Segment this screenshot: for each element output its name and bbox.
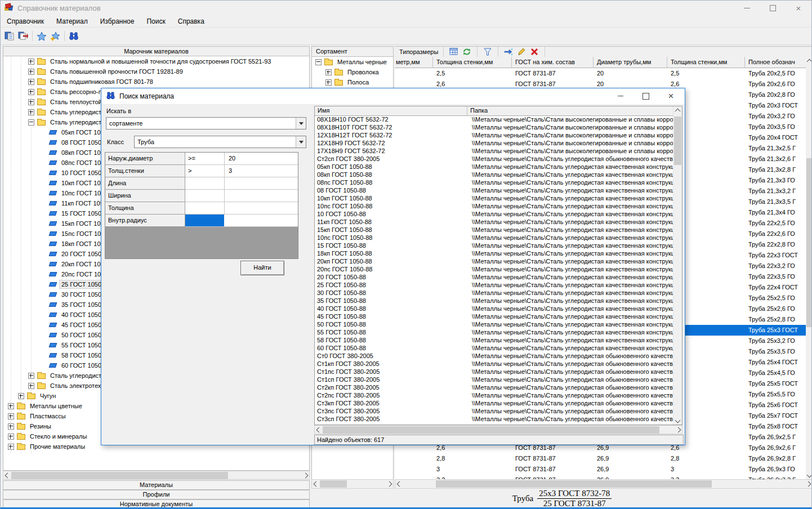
favorites-add-star-icon[interactable] [48, 29, 62, 43]
result-row[interactable]: 12Х18Н12Т ГОСТ 5632-72\\Металлы черные\С… [315, 132, 673, 140]
tree-item[interactable]: Сталь повышенной прочности ГОСТ 19281-89 [3, 66, 309, 77]
column-header-diametr[interactable]: метр,мм [395, 57, 433, 68]
column-header-imya[interactable]: Имя [315, 106, 467, 116]
result-row[interactable]: Ст2сп ГОСТ 380-2005\\Металлы черные\Стал… [315, 155, 673, 163]
table-row[interactable]: 2,8ГОСТ 8731-8726,92,8Труба 26,9х2,8 Г [395, 453, 806, 464]
scrollbar-thumb[interactable] [320, 480, 347, 488]
tab-materialy[interactable]: Материалы [3, 480, 310, 490]
edit-pencil-icon[interactable] [516, 47, 527, 56]
document-book-icon[interactable] [16, 29, 30, 43]
expand-icon[interactable] [8, 444, 14, 450]
find-button[interactable]: Найти [240, 261, 284, 275]
result-row[interactable]: 40 ГОСТ 1050-88\\Металлы черные\Сталь\Ст… [315, 305, 673, 313]
result-row[interactable]: Ст0 ГОСТ 380-2005\\Металлы черные\Сталь\… [315, 352, 673, 360]
tree-item[interactable]: Сталь подшипниковая ГОСТ 801-78 [3, 77, 309, 87]
result-row[interactable]: 20кп ГОСТ 1050-88\\Металлы черные\Сталь\… [315, 258, 673, 266]
scrollbar-thumb[interactable] [323, 426, 659, 434]
result-row[interactable]: 15 ГОСТ 1050-88\\Металлы черные\Сталь\Ст… [315, 242, 673, 250]
result-row[interactable]: 55 ГОСТ 1050-88\\Металлы черные\Сталь\Ст… [315, 329, 673, 337]
result-row[interactable]: Ст3сп ГОСТ 380-2005\\Металлы черные\Стал… [315, 416, 673, 423]
table-icon[interactable] [449, 47, 459, 56]
result-row[interactable]: 20 ГОСТ 1050-88\\Металлы черные\Сталь\Ст… [315, 274, 673, 282]
result-row[interactable]: Ст2пс ГОСТ 380-2005\\Металлы черные\Стал… [315, 392, 673, 400]
result-row[interactable]: 10кп ГОСТ 1050-88\\Металлы черные\Сталь\… [315, 195, 673, 203]
table-row[interactable]: 3,2ГОСТ 8731-8726,93,2Труба 26,9х3,2 Г [395, 475, 806, 479]
tree-item[interactable]: Металлы черные [312, 57, 393, 67]
menu-poisk[interactable]: Поиск [140, 16, 171, 26]
parameter-operator-cell[interactable] [185, 177, 225, 190]
column-header-diametr-truby[interactable]: Диаметр трубы,мм [594, 57, 667, 68]
table-row[interactable]: 3ГОСТ 8731-8726,93Труба 26,9х3 ГО [395, 464, 806, 475]
search-binoculars-icon[interactable] [67, 29, 81, 43]
column-header-polnoe-oboznachenie[interactable]: Полное обознач [745, 57, 806, 68]
documents-icon[interactable] [3, 29, 16, 43]
parameter-operator-cell[interactable]: >= [185, 153, 225, 165]
parameter-value-cell[interactable] [225, 190, 298, 202]
scroll-down-icon[interactable] [805, 471, 812, 479]
tree-item[interactable]: Сталь нормальной и повышенной точности д… [3, 56, 309, 66]
scroll-left-icon[interactable] [312, 480, 320, 488]
parameter-operator-cell[interactable]: > [185, 165, 225, 177]
parameter-operator-cell[interactable] [185, 215, 225, 227]
search-in-select[interactable]: сортаменте [106, 117, 306, 130]
delete-x-icon[interactable] [529, 47, 539, 56]
column-header-tolschina-stenki[interactable]: Толщина стенки,мм [433, 57, 512, 68]
result-row[interactable]: 60 ГОСТ 1050-88\\Металлы черные\Сталь\Ст… [315, 345, 673, 352]
filter-icon[interactable] [483, 47, 493, 56]
menu-izbrannoe[interactable]: Избранное [94, 16, 141, 26]
parameter-operator-cell[interactable] [185, 202, 225, 215]
scroll-up-icon[interactable] [673, 107, 681, 115]
result-row[interactable]: 20пс ГОСТ 1050-88\\Металлы черные\Сталь\… [315, 266, 673, 274]
expand-icon[interactable] [8, 413, 14, 419]
result-row[interactable]: 11кп ГОСТ 1050-88\\Металлы черные\Сталь\… [315, 218, 673, 226]
minimize-icon[interactable] [734, 1, 760, 15]
column-header-tolschina-stenki-2[interactable]: Толщина стенки,мм [667, 57, 745, 68]
expand-icon[interactable] [28, 69, 34, 75]
result-row[interactable]: 18кп ГОСТ 1050-88\\Металлы черные\Сталь\… [315, 250, 673, 258]
close-icon[interactable]: × [658, 88, 684, 104]
result-row[interactable]: 10 ГОСТ 1050-88\\Металлы черные\Сталь\Ст… [315, 211, 673, 218]
scrollbar-thumb[interactable] [674, 117, 681, 165]
expand-icon[interactable] [28, 79, 34, 85]
expand-icon[interactable] [28, 99, 34, 105]
result-row[interactable]: 35 ГОСТ 1050-88\\Металлы черные\Сталь\Ст… [315, 297, 673, 305]
maximize-icon[interactable] [760, 1, 786, 15]
result-row[interactable]: 08 ГОСТ 1050-88\\Металлы черные\Сталь\Ст… [315, 187, 673, 195]
scroll-left-icon[interactable] [395, 480, 403, 488]
column-header-papka[interactable]: Папка [467, 106, 682, 116]
parameter-value-cell[interactable] [225, 215, 298, 227]
result-row[interactable]: 30 ГОСТ 1050-88\\Металлы черные\Сталь\Ст… [315, 289, 673, 297]
expand-icon[interactable] [28, 109, 34, 115]
chevron-down-icon[interactable] [296, 118, 306, 129]
move-to-icon[interactable] [503, 47, 514, 56]
expand-icon[interactable] [28, 89, 34, 95]
parameter-value-cell[interactable]: 20 [225, 153, 298, 165]
result-row[interactable]: 10пс ГОСТ 1050-88\\Металлы черные\Сталь\… [315, 234, 673, 242]
scroll-up-icon[interactable] [805, 57, 812, 65]
refresh-icon[interactable] [462, 47, 472, 56]
chevron-down-icon[interactable] [296, 136, 306, 148]
result-row[interactable]: Ст1сп ГОСТ 380-2005\\Металлы черные\Стал… [315, 376, 673, 384]
parameter-value-cell[interactable]: 3 [225, 165, 298, 177]
minimize-icon[interactable] [608, 88, 633, 104]
expand-icon[interactable] [8, 423, 14, 430]
tree-item[interactable]: Проволока [312, 67, 393, 77]
expand-icon[interactable] [28, 383, 34, 389]
scrollbar-thumb[interactable] [436, 480, 712, 488]
expand-icon[interactable] [28, 59, 34, 65]
menu-material[interactable]: Материал [50, 16, 94, 26]
result-row[interactable]: Ст1кп ГОСТ 380-2005\\Металлы черные\Стал… [315, 360, 673, 368]
result-row[interactable]: 58 ГОСТ 1050-88\\Металлы черные\Сталь\Ст… [315, 337, 673, 345]
scroll-left-icon[interactable] [315, 426, 323, 434]
table-row[interactable]: 2,5ГОСТ 8731-87202,5Труба 20х2,5 ГО [395, 68, 806, 79]
column-header-gost-him-sostav[interactable]: ГОСТ на хим. состав [512, 57, 594, 68]
typosizes-vscrollbar[interactable] [806, 57, 812, 479]
tab-normativnye-dokumenty[interactable]: Нормативные документы [3, 499, 310, 509]
result-row[interactable]: 45 ГОСТ 1050-88\\Металлы черные\Сталь\Ст… [315, 313, 673, 321]
collapse-icon[interactable] [315, 59, 322, 65]
sortament-hscrollbar[interactable] [311, 479, 394, 489]
scrollbar-thumb[interactable] [11, 472, 228, 479]
menu-spravochnik[interactable]: Справочник [1, 16, 50, 26]
collapse-icon[interactable] [28, 119, 34, 126]
tab-profili[interactable]: Профили [3, 490, 310, 499]
